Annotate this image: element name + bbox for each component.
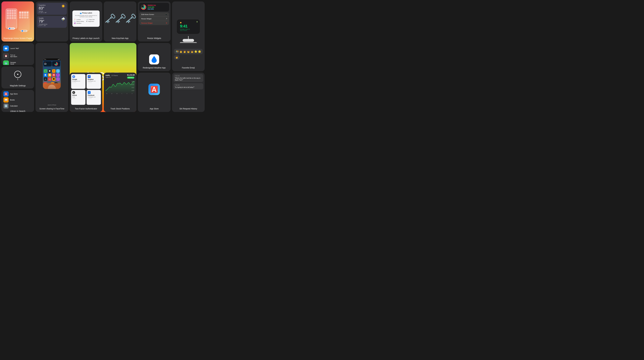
app-mail[interactable]: ✉ bbox=[52, 69, 56, 73]
menu-remove[interactable]: Remove Widget ⊖ bbox=[139, 21, 169, 25]
auth-google[interactable]: G Google tim@gmail.com •••••• bbox=[71, 74, 86, 89]
shortcut-maps[interactable]: 🗺️ NavigateHome bbox=[3, 60, 32, 65]
shortcut-mail[interactable]: ✉️ Launch "Mail" bbox=[3, 45, 32, 52]
remove-icon: ⊖ bbox=[166, 22, 167, 24]
privacy-sheet: 👥 Privacy Labels The following data may … bbox=[72, 11, 100, 27]
facetime-label: Screen sharing in FaceTime bbox=[38, 106, 66, 110]
shortcut-mail-label: Launch "Mail" bbox=[10, 48, 19, 49]
library-item-appstore[interactable]: 🅰️ App Store bbox=[4, 91, 32, 97]
svg-point-8 bbox=[56, 63, 57, 64]
delete-badge-1[interactable]: Delete bbox=[8, 28, 15, 30]
app-notes[interactable]: 📝 bbox=[44, 73, 47, 77]
card-keychain: 🗝️🗝️🗝️ New Keychain App bbox=[104, 2, 136, 42]
privacy-title: Privacy Labels bbox=[82, 12, 92, 14]
menu-resize[interactable]: Resize Widget ↗ bbox=[139, 17, 169, 21]
keychain-icon: 🗝️🗝️🗝️ bbox=[104, 13, 136, 24]
change-value: +$7.80 bbox=[128, 77, 132, 78]
iphone-screen: TUE 13 📹 bbox=[43, 61, 61, 89]
siri-text-2: "Is it going to rain at all today?" bbox=[175, 86, 202, 88]
clock-symbol: ⏰ bbox=[4, 55, 8, 57]
stock-inner: AAPL 10 Shares Apple Inc. $1,210.80 +$7.… bbox=[104, 73, 136, 106]
weather-cupertino: Cupertino 83° ☀️ Sunrise H: 100° L: 80° bbox=[37, 3, 67, 15]
activity-stats: 350/500 CAL 15/30 MIN 4/12 HRS bbox=[148, 5, 156, 10]
calendar-widget: TUE 13 bbox=[44, 61, 52, 67]
watch-date: Monday, June 22 bbox=[180, 29, 190, 30]
stock-left: AAPL 10 Shares Apple Inc. bbox=[106, 74, 118, 78]
menu-edit-label: Edit Home Screen bbox=[141, 14, 154, 15]
appstore-label: App Store bbox=[10, 93, 18, 95]
city-cupertino: Cupertino bbox=[39, 4, 46, 6]
resize-icon: ↗ bbox=[166, 18, 167, 20]
auth-dropbox[interactable]: 📦 Dropbox tim@apple.com •••••• bbox=[86, 74, 101, 89]
card-privacy: 👥 Privacy Labels The following data may … bbox=[70, 2, 102, 42]
card-weather-app: Redesigned Weather App bbox=[138, 43, 170, 71]
x-label-3: 3 bbox=[132, 93, 132, 94]
activity-widget: 350/500 CAL 15/30 MIN 4/12 HRS bbox=[139, 3, 169, 12]
github-name: Github bbox=[72, 95, 84, 96]
app-tv[interactable]: 📺 bbox=[44, 77, 47, 81]
app-reminders[interactable]: ✓ bbox=[56, 69, 60, 73]
sun-icon: ☀️ bbox=[61, 4, 65, 8]
menu-edit-home[interactable]: Edit Home Screen 📱 bbox=[139, 12, 169, 17]
status-time: 9:41 bbox=[44, 59, 46, 60]
emoji-label: Favorite Emoji bbox=[180, 65, 196, 69]
card-siri: 7:53 AM "What's the traffic look like on… bbox=[172, 73, 205, 112]
card-stocks: AAPL 10 Shares Apple Inc. $1,210.80 +$7.… bbox=[104, 73, 136, 112]
privacy-item-id: 🆔 Identifiers bbox=[74, 23, 86, 24]
dropbox-logo: 📦 bbox=[88, 75, 90, 78]
mail-icon: ✉️ bbox=[3, 46, 9, 51]
google-name: Google bbox=[72, 79, 84, 80]
magsafe-dot bbox=[17, 74, 18, 75]
stock-symbol: AAPL bbox=[106, 75, 110, 77]
emoji-container: 🧑‍🤝‍🧑 👨 👩 👦 👧 ⭐ 🌟 🧑 bbox=[174, 49, 203, 60]
app-podcasts[interactable]: 🎙 bbox=[56, 73, 60, 77]
shortcut-alarm[interactable]: ⏰ Turn on8am Alarm bbox=[3, 52, 32, 60]
stock-chart: 121.08 120.55 120.02 119.49 10 11 12 1 2… bbox=[106, 80, 135, 105]
emoji-3: 👩 bbox=[183, 50, 186, 53]
rearrange-label: Rearrange Home Screen Pages bbox=[2, 36, 34, 40]
iphone-status-bar: 9:41 ●●● bbox=[43, 58, 61, 61]
app-news[interactable]: 📰 bbox=[52, 73, 56, 77]
auth-facebook[interactable]: f Facebook tim@apple.com •••••• bbox=[86, 90, 101, 105]
appstore-inner: 🅰️ bbox=[147, 73, 161, 106]
card-facetime: 9:41 ●●● TUE 13 bbox=[36, 43, 68, 112]
weather-seattle: Seattle 79° ⛈️ Thunderstorms H: 97° L: 8… bbox=[37, 16, 67, 28]
highlow-cupertino: H: 100° L: 80° bbox=[39, 12, 65, 13]
delete-badge-2[interactable]: Delete bbox=[21, 30, 28, 32]
github-username: tcook bbox=[72, 96, 84, 98]
highlow-seattle: H: 97° L: 85° bbox=[39, 25, 65, 26]
app-appstore[interactable]: 🅰 bbox=[52, 77, 56, 81]
delete-label-1: Delete bbox=[11, 28, 14, 29]
privacy-item-location: 📍 Location bbox=[74, 19, 86, 20]
x-label-12: 12 bbox=[116, 93, 118, 94]
phone-page-1[interactable]: Delete bbox=[6, 9, 17, 29]
check-icon-1 bbox=[9, 28, 10, 29]
library-item-calculator[interactable]: 🔢 Calculator bbox=[4, 103, 32, 109]
magsafe-visual bbox=[14, 71, 21, 80]
library-item-books[interactable]: 📖 Books bbox=[4, 97, 32, 103]
app-clock[interactable]: 🕐 bbox=[48, 69, 52, 73]
battery-icon: 🔋 bbox=[196, 21, 198, 23]
dropbox-email: tim@apple.com bbox=[88, 81, 100, 82]
app-facetime[interactable]: 📹 bbox=[44, 69, 47, 73]
phone-page-2[interactable]: Delete bbox=[18, 11, 30, 31]
card-weather-widget: Cupertino 83° ☀️ Sunrise H: 100° L: 80° … bbox=[36, 2, 68, 42]
wifi-icon: 📶 bbox=[180, 22, 182, 23]
dropbox-name: Dropbox bbox=[88, 79, 100, 80]
facebook-logo: f bbox=[88, 91, 90, 94]
emoji-row-1: 🧑‍🤝‍🧑 👨 👩 👦 👧 ⭐ 🌟 bbox=[176, 50, 201, 53]
github-logo: ⚙ bbox=[72, 91, 75, 94]
iphone-frame: 9:41 ●●● TUE 13 bbox=[42, 58, 61, 89]
emoji-1: 🧑‍🤝‍🧑 bbox=[176, 50, 179, 53]
menu-remove-label: Remove Widget bbox=[141, 22, 152, 24]
auth-github[interactable]: ⚙ Github tcook •••••• bbox=[71, 90, 86, 105]
emoji-star-2: 🌟 bbox=[198, 50, 201, 53]
price-high: 121.08 bbox=[132, 81, 134, 82]
stock-change: +$7.80 ▲ bbox=[127, 77, 134, 79]
price-mid2: 120.02 bbox=[132, 87, 134, 88]
app-extra[interactable]: 🎵 bbox=[56, 77, 60, 81]
siri-inner: 7:53 AM "What's the traffic look like on… bbox=[172, 73, 205, 106]
temp-seattle: 79° bbox=[39, 19, 44, 24]
app-stocks[interactable]: 📈 bbox=[48, 73, 52, 77]
app-books[interactable]: 📚 bbox=[48, 77, 52, 81]
